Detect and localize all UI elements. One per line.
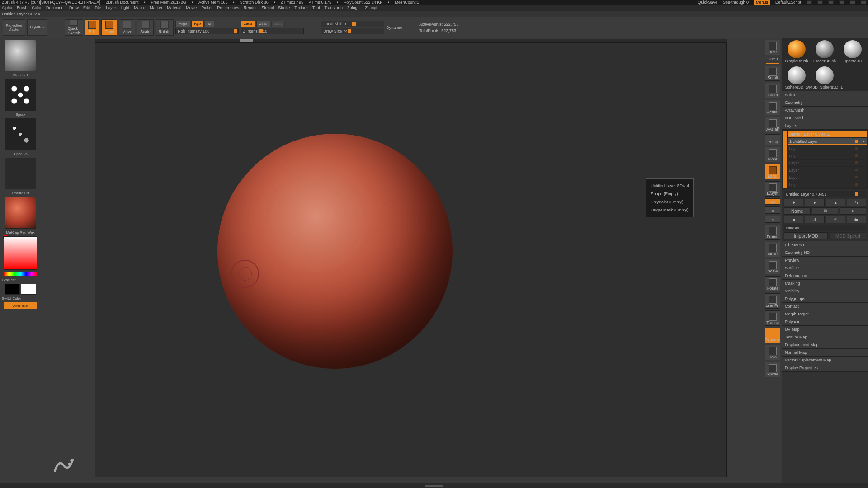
menu-layer[interactable]: Layer	[106, 5, 116, 10]
section-geometryhd[interactable]: Geometry HD	[782, 249, 868, 257]
section-surface[interactable]: Surface	[782, 264, 868, 272]
menu-file[interactable]: File	[95, 5, 102, 10]
section-nanomesh[interactable]: NanoMesh	[782, 114, 868, 122]
section-contact[interactable]: Contact	[782, 303, 868, 310]
defaultzscript[interactable]: DefaultZScript	[775, 0, 801, 5]
scale-mode-button[interactable]: Scale	[137, 19, 154, 36]
spix-label[interactable]: SPix 3	[763, 57, 782, 61]
menu-light[interactable]: Light	[121, 5, 130, 10]
layer-row[interactable]: Layer	[788, 181, 867, 188]
seethrough-slider[interactable]: See-through 0	[723, 0, 749, 5]
layer-row[interactable]: 1 Untitled Layer▸	[788, 138, 867, 145]
texture-thumb[interactable]	[5, 158, 36, 189]
menu-zplugin[interactable]: Zplugin	[347, 5, 361, 10]
section-arraymesh[interactable]: ArrayMesh	[782, 107, 868, 114]
layer-row[interactable]: Untitled Layer 0.73451	[788, 131, 867, 137]
rotate-mode-button[interactable]: Rotate	[156, 19, 174, 36]
menu-preferences[interactable]: Preferences	[217, 5, 239, 10]
menu-alpha[interactable]: Alpha	[2, 5, 12, 10]
tool-sphere3d1[interactable]: Sphere3D_1	[784, 66, 809, 89]
alternate-button[interactable]: Alternate	[4, 302, 37, 309]
section-visibility[interactable]: Visibility	[782, 287, 868, 295]
transp-button[interactable]: Transp	[765, 310, 780, 326]
color-picker[interactable]	[4, 236, 37, 270]
focal-shift-slider[interactable]: Focal Shift 0	[321, 21, 384, 27]
layers-scrollbar[interactable]	[783, 131, 787, 188]
import-mdd-button[interactable]: Import MDD	[784, 232, 828, 239]
dynamic-button[interactable]: Dynamic	[765, 328, 780, 343]
swatch-white[interactable]	[21, 284, 36, 295]
floor-button[interactable]: Floor	[765, 147, 780, 162]
window-layout-icon[interactable]	[828, 0, 834, 4]
layer-dup-button[interactable]: ⧉	[812, 207, 839, 215]
mesh-sphere[interactable]	[217, 134, 453, 369]
persp-button[interactable]: Persp	[765, 134, 780, 145]
footer-grip-icon[interactable]	[425, 485, 443, 487]
pivot-icon[interactable]: ⊕	[765, 206, 780, 214]
move-button[interactable]: Move	[765, 242, 780, 257]
section-polypaint[interactable]: Polypaint	[782, 318, 868, 326]
layer-up-button[interactable]: ▲	[826, 199, 845, 206]
edit-mode-button[interactable]: Edit	[85, 19, 99, 36]
lightbox-button[interactable]: LightBox	[27, 19, 47, 36]
section-deformation[interactable]: Deformation	[782, 272, 868, 280]
layer-down-button[interactable]: ▼	[805, 199, 824, 206]
solo-button[interactable]: Solo	[765, 345, 780, 360]
window-layout-icon[interactable]	[807, 0, 812, 4]
menu-stroke[interactable]: Stroke	[278, 5, 290, 10]
brush-thumb[interactable]	[5, 40, 36, 71]
quicksketch-button[interactable]: Quick Sketch	[65, 19, 84, 36]
minimize-icon[interactable]	[839, 0, 844, 4]
zoom-button[interactable]: Zoom	[765, 83, 780, 98]
window-layout-icon[interactable]	[817, 0, 823, 4]
section-uvmap[interactable]: UV Map	[782, 326, 868, 333]
menu-brush[interactable]: Brush	[17, 5, 28, 10]
mrgb-button[interactable]: Mrgb	[175, 21, 190, 27]
lsym-button[interactable]: L.Sym	[765, 181, 780, 197]
section-vdispmap[interactable]: Vector Displacement Map	[782, 357, 868, 364]
tool-eraserbrush[interactable]: EraserBrush	[812, 40, 837, 63]
layer-row[interactable]: Layer	[788, 145, 867, 152]
alpha-thumb[interactable]	[5, 118, 36, 150]
zsub-button[interactable]: Zsub	[256, 21, 271, 27]
draw-mode-button[interactable]: Draw	[101, 19, 117, 36]
menu-render[interactable]: Render	[244, 5, 257, 10]
section-normmap[interactable]: Normal Map	[782, 349, 868, 357]
aahalf-button[interactable]: AAHalf	[765, 117, 780, 132]
quicksave-button[interactable]: QuickSave	[698, 0, 717, 5]
menu-tool[interactable]: Tool	[312, 5, 320, 10]
layer-intensity-slider[interactable]: Untitled Layer 0.73451	[784, 191, 866, 197]
scroll-button[interactable]: Scroll	[765, 66, 780, 81]
scale-button[interactable]: Scale	[765, 259, 780, 274]
menu-document[interactable]: Document	[46, 5, 65, 10]
section-preview[interactable]: Preview	[782, 257, 868, 264]
xyz-button[interactable]: xyz	[765, 198, 780, 205]
switchcolor-button[interactable]: SwitchColor	[2, 296, 39, 300]
canvas[interactable]: Untitled Layer SDiv 4 Shape (Empty) Poly…	[95, 42, 727, 477]
menu-movie[interactable]: Movie	[186, 5, 197, 10]
bpr-button[interactable]: BPR	[765, 40, 780, 55]
help-icon[interactable]: ?	[765, 216, 780, 223]
section-geometry[interactable]: Geometry	[782, 99, 868, 107]
layer-flip-button[interactable]: ⇋	[847, 216, 866, 223]
bake-all-button[interactable]: Bake All	[784, 225, 866, 231]
section-fibermesh[interactable]: FiberMesh	[782, 241, 868, 249]
layer-row[interactable]: Layer	[788, 160, 867, 166]
gradient-label[interactable]: Gradient	[2, 278, 39, 282]
tool-sphere3d[interactable]: Sphere3D	[840, 40, 865, 63]
menu-draw[interactable]: Draw	[69, 5, 79, 10]
menus-toggle[interactable]: Menus	[754, 0, 770, 5]
section-polygroups[interactable]: Polygroups	[782, 295, 868, 303]
section-morph[interactable]: Morph Target	[782, 310, 868, 318]
layer-invert-button[interactable]: ⟲	[826, 216, 845, 223]
menu-color[interactable]: Color	[32, 5, 42, 10]
stroke-thumb[interactable]	[5, 79, 36, 111]
mdd-speed-slider[interactable]: MDD Speed	[829, 232, 866, 239]
layer-row[interactable]: Layer	[788, 152, 867, 159]
menu-picker[interactable]: Picker	[201, 5, 212, 10]
timeline-ruler[interactable]	[95, 39, 727, 42]
frame-button[interactable]: Frame	[765, 225, 780, 240]
menu-material[interactable]: Material	[167, 5, 181, 10]
m-button[interactable]: M	[205, 21, 214, 27]
actual-button[interactable]: Actual	[765, 100, 780, 115]
